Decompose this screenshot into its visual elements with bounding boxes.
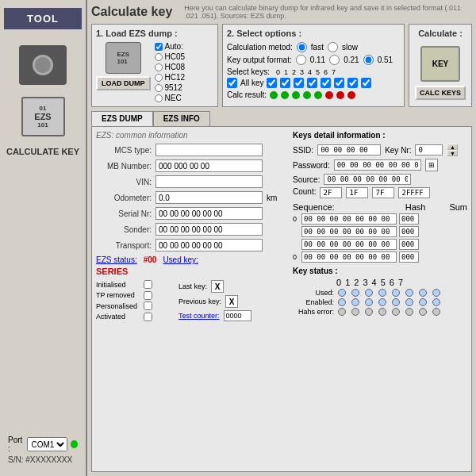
tp-removed-label: TP removed <box>96 291 137 299</box>
hash-header: Hash <box>405 202 426 212</box>
format-051-radio[interactable] <box>363 55 374 65</box>
key4-checkbox[interactable] <box>321 78 331 88</box>
serial-label: Serial Nr: <box>96 209 152 218</box>
password-copy-btn[interactable]: ⊞ <box>425 159 438 171</box>
vin-field[interactable] <box>155 175 263 188</box>
enabled-7 <box>432 298 440 306</box>
mb-number-label: MB Number: <box>96 162 152 171</box>
count-2ffff-field[interactable] <box>398 187 430 198</box>
fast-radio[interactable] <box>297 42 307 52</box>
sum-field-1[interactable] <box>399 226 419 237</box>
activated-checkbox[interactable] <box>144 313 152 321</box>
spin-down[interactable]: ▼ <box>447 150 458 156</box>
transport-field[interactable] <box>155 239 263 251</box>
auto-checkbox[interactable] <box>155 43 163 51</box>
sequence-section: Sequence: Hash Sum 0 <box>293 202 467 263</box>
seq-field-0[interactable] <box>301 213 397 225</box>
personalised-checkbox[interactable] <box>144 301 152 310</box>
vin-label: VIN: <box>96 178 152 186</box>
seq-field-1[interactable] <box>301 226 397 237</box>
key2-checkbox[interactable] <box>294 78 304 88</box>
all-key-checkbox[interactable] <box>227 78 237 88</box>
slow-radio[interactable] <box>328 42 338 52</box>
odometer-label: Odometer: <box>96 194 152 202</box>
serial-field[interactable] <box>155 207 263 220</box>
source-field[interactable] <box>324 174 411 185</box>
ks-num-1: 1 <box>345 278 350 287</box>
seq-field-2[interactable] <box>301 239 397 250</box>
tab-ezs-dump[interactable]: EZS DUMP <box>91 111 153 126</box>
result-dot-0 <box>270 91 278 99</box>
sum-field-3[interactable] <box>399 251 419 263</box>
mcs-type-field[interactable] <box>155 144 263 156</box>
count-2f-field[interactable] <box>320 187 342 198</box>
ezs-status-link[interactable]: EZS status: <box>96 255 137 264</box>
nec-radio[interactable] <box>155 94 163 102</box>
count-1f-field[interactable] <box>346 187 368 198</box>
format-021-label: 0.21 <box>344 56 359 64</box>
format-011-label: 0.11 <box>310 56 325 64</box>
seq-row-2 <box>293 239 467 250</box>
personalised-label: Personalised <box>96 302 137 310</box>
count-label: Count: <box>293 187 316 198</box>
used-0 <box>338 289 346 297</box>
sum-field-2[interactable] <box>399 239 419 250</box>
tool-title: TOOL <box>4 8 82 29</box>
password-field[interactable] <box>334 159 421 171</box>
enabled-label: Enabled: <box>293 298 334 306</box>
key6-checkbox[interactable] <box>347 78 358 88</box>
key-nr-spinner[interactable]: ▲ ▼ <box>447 144 458 156</box>
test-counter-link[interactable]: Test counter: <box>178 312 220 320</box>
slow-label: slow <box>342 43 358 52</box>
odometer-field[interactable] <box>155 191 263 204</box>
calc-keys-button[interactable]: CALC KEYS <box>415 86 466 100</box>
result-dot-4 <box>314 91 322 99</box>
used-3 <box>378 289 386 297</box>
fast-label: fast <box>311 43 324 52</box>
format-011-radio[interactable] <box>296 55 306 65</box>
source-label: Source: <box>293 175 320 184</box>
tp-removed-checkbox[interactable] <box>144 291 152 300</box>
tab-ezs-info[interactable]: EZS INFO <box>153 111 210 126</box>
initialised-checkbox[interactable] <box>144 280 152 289</box>
test-counter-field[interactable] <box>224 310 251 321</box>
hc08-radio[interactable] <box>155 63 163 71</box>
keys-detail-title: Keys detail information : <box>293 131 467 140</box>
sonder-field[interactable] <box>155 223 263 236</box>
port-select[interactable]: COM1 <box>27 437 67 451</box>
all-key-label: All key <box>240 79 263 87</box>
load-dump-button[interactable]: LOAD DUMP <box>96 76 151 90</box>
ssid-field[interactable] <box>317 144 381 155</box>
count-7f-field[interactable] <box>372 187 394 198</box>
enabled-1 <box>351 298 359 306</box>
hash-error-2 <box>365 308 373 316</box>
key7-checkbox[interactable] <box>361 78 371 88</box>
key-nr-field[interactable] <box>415 144 443 155</box>
result-dot-7 <box>347 91 355 99</box>
enabled-row: Enabled: <box>293 298 467 306</box>
key5-checkbox[interactable] <box>334 78 344 88</box>
format-021-radio[interactable] <box>329 55 340 65</box>
mb-number-field[interactable] <box>155 159 263 172</box>
key3-checkbox[interactable] <box>307 78 317 88</box>
sum-field-0[interactable] <box>399 213 419 225</box>
key-status-title: Key status : <box>293 267 467 275</box>
calculate-title: Calculate : <box>418 29 463 38</box>
hc12-radio[interactable] <box>155 74 163 82</box>
seq-field-3[interactable] <box>301 251 397 263</box>
hc05-radio[interactable] <box>155 53 163 61</box>
key1-checkbox[interactable] <box>280 78 290 88</box>
password-label: Password: <box>293 161 330 170</box>
ks-num-5: 5 <box>381 278 386 287</box>
9s12-radio[interactable] <box>155 84 163 92</box>
ezs-dump-icon: EZS101 <box>106 42 141 74</box>
key0-checkbox[interactable] <box>267 78 277 88</box>
enabled-4 <box>392 298 400 306</box>
spin-up[interactable]: ▲ <box>447 144 458 150</box>
used-key-link[interactable]: Used key: <box>163 255 198 264</box>
hash-error-row: Hahs error: <box>293 308 467 316</box>
select-options-title: 2. Select options : <box>227 29 400 38</box>
port-label: Port : <box>8 436 24 453</box>
seq-row-1 <box>293 226 467 237</box>
mcs-type-label: MCS type: <box>96 146 152 155</box>
